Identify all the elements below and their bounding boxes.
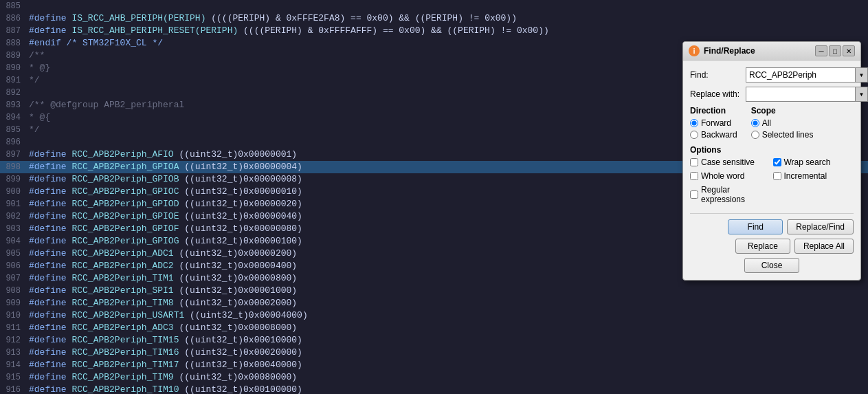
scope-selected-radio[interactable] <box>751 131 759 139</box>
scope-section: Scope All Selected lines <box>751 106 814 140</box>
line-number: 902 <box>0 210 26 223</box>
case-sensitive-option[interactable]: Case sensitive <box>690 157 771 167</box>
find-replace-dialog: i Find/Replace ─ □ ✕ Find: ▼ Replace <box>682 41 861 281</box>
replace-find-button[interactable]: Replace/Find <box>787 219 854 234</box>
wrap-search-option[interactable]: Wrap search <box>773 157 854 167</box>
line-number: 891 <box>0 74 26 87</box>
direction-backward-radio[interactable] <box>690 131 698 139</box>
line-number: 904 <box>0 235 26 248</box>
line-number: 896 <box>0 136 26 149</box>
line-number: 901 <box>0 198 26 210</box>
line-number: 899 <box>0 173 26 186</box>
line-number: 906 <box>0 260 26 272</box>
line-number: 895 <box>0 124 26 136</box>
table-row: 908#define RCC_APB2Periph_SPI1 ((uint32_… <box>0 285 868 297</box>
find-dropdown-button[interactable]: ▼ <box>855 68 867 82</box>
dialog-maximize-button[interactable]: □ <box>829 45 841 56</box>
line-number: 897 <box>0 149 26 161</box>
replace-button[interactable]: Replace <box>735 239 790 254</box>
replace-row: Replace with: ▼ <box>690 87 854 102</box>
dialog-title: Find/Replace <box>704 46 811 56</box>
find-label: Find: <box>690 70 742 80</box>
regex-checkbox[interactable] <box>690 190 698 199</box>
wrap-search-checkbox[interactable] <box>773 158 781 166</box>
dialog-close-button[interactable]: ✕ <box>843 45 855 56</box>
line-number: 886 <box>0 12 26 25</box>
wrap-search-label: Wrap search <box>784 157 831 167</box>
line-content <box>26 0 868 12</box>
line-number: 892 <box>0 87 26 99</box>
direction-forward-radio[interactable] <box>690 119 698 127</box>
incremental-checkbox[interactable] <box>773 172 781 180</box>
replace-dropdown-button[interactable]: ▼ <box>855 87 867 101</box>
table-row: 912#define RCC_APB2Periph_TIM15 ((uint32… <box>0 334 868 347</box>
whole-word-option[interactable]: Whole word <box>690 171 771 181</box>
find-button[interactable]: Find <box>728 219 783 234</box>
case-sensitive-checkbox[interactable] <box>690 158 698 166</box>
find-input-wrap: ▼ <box>746 67 868 83</box>
line-number: 914 <box>0 359 26 371</box>
line-content: #define RCC_APB2Periph_USART1 ((uint32_t… <box>26 309 868 322</box>
incremental-option[interactable]: Incremental <box>773 171 854 181</box>
dialog-titlebar: i Find/Replace ─ □ ✕ <box>683 42 860 61</box>
line-number: 888 <box>0 37 26 50</box>
close-button[interactable]: Close <box>744 258 799 273</box>
divider <box>690 213 854 214</box>
line-content: #define RCC_APB2Periph_TIM16 ((uint32_t)… <box>26 347 868 359</box>
table-row: 914#define RCC_APB2Periph_TIM17 ((uint32… <box>0 359 868 371</box>
regex-option[interactable]: Regular expressions <box>690 185 771 204</box>
table-row: 910#define RCC_APB2Periph_USART1 ((uint3… <box>0 309 868 322</box>
scope-all-radio[interactable] <box>751 119 759 127</box>
line-number: 885 <box>0 0 26 12</box>
code-editor: 885886#define IS_RCC_AHB_PERIPH(PERIPH) … <box>0 0 868 394</box>
direction-backward-label: Backward <box>701 130 737 140</box>
find-input[interactable] <box>746 69 855 81</box>
line-number: 903 <box>0 223 26 235</box>
scope-title: Scope <box>751 106 814 116</box>
line-content: #define RCC_APB2Periph_TIM9 ((uint32_t)0… <box>26 371 868 384</box>
scope-all-option[interactable]: All <box>751 118 814 128</box>
line-number: 894 <box>0 111 26 124</box>
line-number: 900 <box>0 186 26 198</box>
direction-forward-option[interactable]: Forward <box>690 118 737 128</box>
dialog-info-icon: i <box>689 45 700 56</box>
line-number: 893 <box>0 99 26 111</box>
options-grid: Case sensitive Wrap search Whole word <box>690 157 854 206</box>
line-content: #define RCC_APB2Periph_ADC3 ((uint32_t)0… <box>26 322 868 334</box>
options-title: Options <box>690 145 854 155</box>
table-row: 886#define IS_RCC_AHB_PERIPH(PERIPH) (((… <box>0 12 868 25</box>
line-number: 909 <box>0 297 26 309</box>
direction-section: Direction Forward Backward <box>690 106 737 140</box>
direction-backward-option[interactable]: Backward <box>690 130 737 140</box>
table-row: 911#define RCC_APB2Periph_ADC3 ((uint32_… <box>0 322 868 334</box>
replace-input[interactable] <box>746 88 855 100</box>
line-number: 905 <box>0 248 26 260</box>
dialog-controls: ─ □ ✕ <box>815 45 855 56</box>
replace-all-button[interactable]: Replace All <box>794 239 854 254</box>
line-number: 913 <box>0 347 26 359</box>
line-number: 898 <box>0 161 26 173</box>
line-content: #define RCC_APB2Periph_SPI1 ((uint32_t)0… <box>26 285 868 297</box>
replace-input-wrap: ▼ <box>746 87 868 102</box>
button-row-1: Find Replace/Find <box>690 219 854 234</box>
line-number: 908 <box>0 285 26 297</box>
table-row: 885 <box>0 0 868 12</box>
dialog-minimize-button[interactable]: ─ <box>815 45 827 56</box>
find-row: Find: ▼ <box>690 67 854 83</box>
table-row: 913#define RCC_APB2Periph_TIM16 ((uint32… <box>0 347 868 359</box>
direction-title: Direction <box>690 106 737 116</box>
line-content: #define RCC_APB2Periph_TIM10 ((uint32_t)… <box>26 384 868 394</box>
line-number: 910 <box>0 309 26 322</box>
direction-scope-row: Direction Forward Backward <box>690 106 854 140</box>
table-row: 915#define RCC_APB2Periph_TIM9 ((uint32_… <box>0 371 868 384</box>
whole-word-checkbox[interactable] <box>690 172 698 180</box>
button-row-2: Replace Replace All <box>690 239 854 254</box>
scope-selected-option[interactable]: Selected lines <box>751 130 814 140</box>
replace-label: Replace with: <box>690 89 742 99</box>
line-number: 907 <box>0 272 26 285</box>
table-row: 887#define IS_RCC_AHB_PERIPH_RESET(PERIP… <box>0 25 868 37</box>
scope-radio-group: All Selected lines <box>751 118 814 140</box>
regex-label: Regular expressions <box>701 185 771 204</box>
incremental-label: Incremental <box>784 171 827 181</box>
line-number: 916 <box>0 384 26 394</box>
